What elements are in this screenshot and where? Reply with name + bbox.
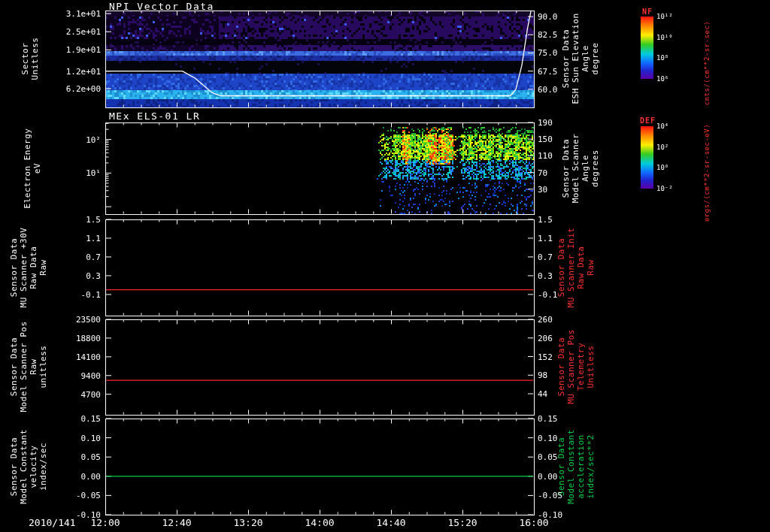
panel2-title: MEx ELS-01 LR	[109, 110, 200, 122]
colorbar-tick-label: 10⁻²	[656, 185, 673, 192]
panel1-right-axis-label: Sensor Data ESH Sun Elevation Angle degr…	[561, 13, 600, 104]
x-axis-time-label: 15:20	[447, 517, 477, 528]
colorbar-tick-label: 10¹²	[656, 13, 673, 20]
y-tick-label-left: 1.2e+01	[66, 67, 101, 75]
panel1-left-axis-label: Sector Unitless	[20, 38, 40, 80]
y-tick-label-right: 260	[538, 316, 553, 324]
colorbar-def-title: DEF	[640, 116, 656, 125]
y-tick-label-left: 0.05	[81, 453, 102, 461]
y-tick-label-left: 0.10	[81, 434, 102, 442]
y-tick-label-right: 0.3	[538, 271, 553, 280]
y-tick-label-left: 0.00	[81, 472, 102, 480]
x-axis-time-label: 12:00	[90, 517, 120, 528]
panel-frame	[106, 11, 535, 108]
y-tick-label-right: -0.05	[538, 491, 562, 500]
sun-elevation-line	[105, 11, 531, 96]
colorbar-tick-label: 10⁸	[656, 54, 668, 62]
y-tick-label-left: 0.3	[86, 271, 101, 280]
colorbar-def	[641, 126, 653, 189]
panel3-right-axis-label: Sensor Data MU Scanner Init Raw Data Raw	[556, 228, 596, 308]
panel5-left-axis-label: Sensor Data Model Constant velocity inde…	[9, 429, 48, 504]
x-axis-time-label: 16:00	[519, 517, 548, 528]
y-tick-label-left: 3.1e+01	[66, 10, 101, 18]
x-axis-date-label: 2010/141	[29, 517, 76, 528]
y-tick-label-left: 23500	[76, 316, 101, 324]
y-tick-label-right: 110	[538, 152, 553, 160]
y-tick-label-right: -0.1	[538, 290, 558, 298]
y-tick-label-left: 1.1	[86, 234, 101, 242]
colorbar-tick-label: 10¹⁰	[656, 34, 673, 41]
x-axis-time-label: 14:00	[305, 517, 334, 528]
y-tick-label-right: 30	[538, 185, 547, 193]
colorbar-def-unit: ergs/(cm**2-sr-sec-eV)	[703, 124, 711, 222]
colorbar-tick-label: 10²	[656, 144, 668, 151]
x-axis-time-label: 12:40	[162, 517, 191, 528]
y-tick-label-right: 75.0	[538, 49, 558, 57]
y-tick-label-right: 0.15	[538, 415, 558, 423]
panel3-left-axis-label: Sensor Data MU Scanner +30V Raw Data Raw	[9, 228, 48, 308]
y-tick-label-right: 1.5	[538, 216, 553, 224]
y-tick-label-right: 150	[538, 135, 553, 144]
colorbar-tick-label: 10⁶	[656, 75, 668, 83]
panel2-left-axis-label: Electron Energy eV	[23, 128, 42, 209]
y-tick-label-right: 70	[538, 168, 547, 177]
y-tick-label-right: 98	[538, 371, 547, 379]
y-tick-label-right: 152	[538, 352, 553, 361]
panel-frame	[106, 320, 535, 416]
y-tick-label-left: 4700	[81, 390, 102, 398]
colorbar-tick-label: 10⁰	[656, 164, 668, 171]
colorbar-nf	[641, 17, 653, 79]
colorbar-nf-title: NF	[642, 8, 653, 16]
y-tick-label-left: 2.5e+01	[66, 28, 101, 36]
y-tick-label-right: 0.05	[538, 453, 558, 461]
y-tick-label-left: 9400	[81, 371, 102, 379]
y-tick-label-left: 1.9e+01	[66, 46, 101, 54]
x-axis-time-label: 14:40	[376, 517, 405, 528]
panel2-right-axis-label: Sensor Data Model Scanner Angle degrees	[561, 134, 600, 204]
y-tick-label-right: 0.00	[538, 472, 558, 480]
y-tick-label-right: 1.1	[538, 234, 553, 242]
y-tick-label-left: 0.7	[86, 252, 101, 261]
panel-frame	[106, 220, 535, 316]
colorbar-nf-unit: cnts/(cm**2-sr-sec)	[703, 21, 711, 105]
multi-panel-science-plot: NPI Vector Data MEx ELS-01 LR Sector Uni…	[0, 0, 770, 532]
y-tick-label-right: 190	[538, 119, 553, 127]
y-tick-label-left: 18800	[76, 334, 101, 342]
y-tick-label-right: 67.5	[538, 67, 558, 75]
panel-frame	[106, 419, 535, 515]
y-tick-label-left: -0.05	[76, 491, 101, 500]
panel4-left-axis-label: Sensor Data Model Scanner Pos Raw unitle…	[9, 321, 48, 412]
panel1-title: NPI Vector Data	[109, 1, 214, 12]
y-tick-label-left: 6.2e+00	[66, 85, 101, 93]
y-tick-label-right: 44	[538, 390, 547, 398]
x-axis-time-label: 13:20	[233, 517, 262, 528]
y-tick-label-left: 10²	[86, 135, 101, 144]
panel-frame	[106, 123, 535, 215]
panel4-right-axis-label: Sensor Data MU Scanner Pos Telemetry Uni…	[556, 329, 596, 404]
y-tick-label-right: 0.7	[538, 252, 553, 261]
y-tick-label-left: 10¹	[86, 169, 101, 177]
colorbar-tick-label: 10⁴	[656, 122, 668, 130]
y-tick-label-right: 206	[538, 334, 553, 342]
y-tick-label-left: -0.1	[81, 290, 102, 298]
y-tick-label-left: 14100	[76, 352, 101, 361]
y-tick-label-right: 82.5	[538, 31, 558, 39]
y-tick-label-right: 90.0	[538, 13, 558, 21]
y-tick-label-right: 60.0	[538, 85, 558, 93]
y-tick-label-right: 0.10	[538, 434, 558, 442]
y-tick-label-left: 1.5	[86, 216, 101, 224]
axes-ticks-overlay	[0, 0, 770, 532]
y-tick-label-left: 0.15	[81, 415, 102, 423]
